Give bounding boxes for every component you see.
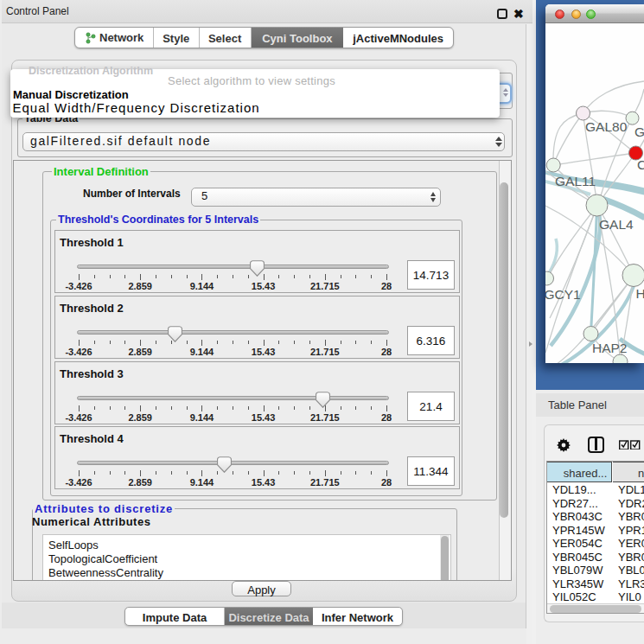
svg-text:H: H [636, 286, 644, 301]
svg-text:GAL4: GAL4 [599, 217, 634, 232]
svg-text:GAL80: GAL80 [585, 119, 628, 134]
svg-text:CY: CY [637, 157, 644, 172]
svg-text:HAP2: HAP2 [592, 341, 628, 355]
svg-text:GA: GA [634, 124, 644, 139]
svg-text:GAL11: GAL11 [555, 174, 596, 188]
svg-text:GCY1: GCY1 [545, 287, 581, 302]
